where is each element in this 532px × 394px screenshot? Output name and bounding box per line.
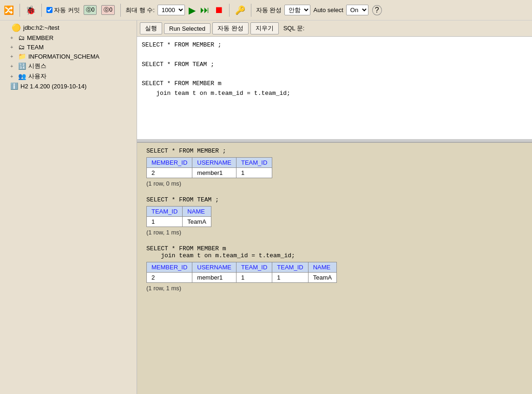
team-expand-icon: +: [10, 44, 16, 50]
cell-team-id: 1: [236, 168, 272, 178]
result-table-2: TEAM_ID NAME 1 TeamA: [146, 206, 211, 227]
editor-area: SELECT * FROM MEMBER ; SELECT * FROM TEA…: [137, 37, 532, 143]
cell-name-2: TeamA: [183, 217, 211, 227]
schema-icon-btn[interactable]: 🔀: [3, 4, 15, 16]
result-block-3: SELECT * FROM MEMBER m join team t on m.…: [146, 245, 523, 292]
autoselect-select[interactable]: On Off: [346, 5, 368, 15]
db-label: jdbc:h2:~/test: [23, 24, 59, 31]
row-count-1: (1 row, 0 ms): [146, 180, 523, 187]
row-count-2: (1 row, 1 ms): [146, 229, 523, 236]
right-pane: 실행 Run Selected 자동 완성 지우기 SQL 문: SELECT …: [137, 20, 532, 394]
sidebar-item-information-schema[interactable]: + 📁 INFORMATION_SCHEMA: [0, 52, 137, 61]
sequence-icon: 🔢: [18, 62, 26, 70]
results-area: SELECT * FROM MEMBER ; MEMBER_ID USERNAM…: [137, 143, 532, 394]
folder-icon-schema: 📁: [18, 53, 26, 60]
autocomplete-label: 자동 완성: [256, 6, 282, 14]
table-row: 1 TeamA: [147, 217, 211, 227]
autocommit-label: 자동 커밋: [54, 6, 80, 14]
max-rows-select[interactable]: 1000 500 100: [158, 5, 185, 15]
user-expand-icon: +: [10, 73, 16, 79]
sidebar-schema-label: INFORMATION_SCHEMA: [28, 53, 99, 60]
stop-btn[interactable]: ⏹: [213, 4, 224, 16]
col-member-id-3: MEMBER_ID: [147, 262, 192, 273]
run-selected-btn[interactable]: ⏭: [199, 4, 210, 16]
cell-username: member1: [192, 168, 236, 178]
run-tab[interactable]: 실행: [140, 22, 162, 34]
max-rows-label: 최대 행 수:: [125, 6, 155, 14]
cell-member-id: 2: [147, 168, 192, 178]
autocommit-checkbox[interactable]: [46, 7, 53, 13]
sidebar-db-root[interactable]: 🟡 jdbc:h2:~/test: [0, 22, 137, 33]
sql-label: SQL 문:: [283, 24, 305, 33]
table-row: 2 member1 1: [147, 168, 272, 178]
user-icon: 👥: [18, 73, 26, 80]
result-table-3: MEMBER_ID USERNAME TEAM_ID TEAM_ID NAME …: [146, 262, 337, 283]
schema-icon: 🔀: [4, 5, 14, 15]
sep4: [229, 4, 230, 17]
sep1: [20, 4, 20, 17]
cell-username-3: member1: [192, 273, 236, 283]
num0-btn[interactable]: ⓪0: [83, 4, 98, 16]
cell-member-id-3: 2: [147, 273, 192, 283]
bug-icon-btn[interactable]: 🐞: [25, 4, 37, 16]
row-count-3: (1 row, 1 ms): [146, 285, 523, 292]
num0b-icon: ⓪0: [101, 5, 115, 15]
sidebar-item-user[interactable]: + 👥 사용자: [0, 71, 137, 81]
table-icon-team: 🗂: [18, 43, 25, 51]
run-btn[interactable]: ▶: [188, 4, 197, 17]
sep3: [120, 4, 121, 17]
cell-team-id-3a: 1: [236, 273, 272, 283]
table-row: 2 member1 1 1 TeamA: [147, 273, 337, 283]
cell-team-id-3b: 1: [272, 273, 308, 283]
autocommit-checkbox-label[interactable]: 자동 커밋: [46, 6, 80, 14]
col-team-id-1: TEAM_ID: [236, 158, 272, 168]
autocomplete-tab[interactable]: 자동 완성: [212, 22, 249, 34]
clear-tab[interactable]: 지우기: [250, 22, 279, 34]
cell-team-id-2: 1: [147, 217, 183, 227]
run-selected-icon: ⏭: [200, 5, 210, 15]
sidebar-member-label: MEMBER: [27, 34, 53, 41]
editor-tabs: 실행 Run Selected 자동 완성 지우기 SQL 문:: [137, 20, 532, 37]
num0-icon: ⓪0: [84, 5, 97, 15]
info-icon: ℹ️: [10, 82, 18, 90]
run-icon: ▶: [189, 5, 196, 16]
sidebar-sequence-label: 시퀀스: [28, 62, 46, 70]
version-label: H2 1.4.200 (2019-10-14): [20, 83, 86, 90]
col-team-id-2: TEAM_ID: [147, 207, 183, 217]
db-icon: 🟡: [12, 23, 21, 32]
main-area: 🟡 jdbc:h2:~/test + 🗂 MEMBER + 🗂 TEAM + 📁…: [0, 20, 532, 394]
help-btn[interactable]: ?: [371, 4, 383, 16]
col-name-3: NAME: [308, 262, 336, 273]
table-icon-member: 🗂: [18, 34, 25, 41]
sidebar: 🟡 jdbc:h2:~/test + 🗂 MEMBER + 🗂 TEAM + 📁…: [0, 20, 137, 394]
sidebar-version: ℹ️ H2 1.4.200 (2019-10-14): [0, 81, 137, 91]
help-icon: ?: [372, 5, 382, 15]
num0b-btn[interactable]: ⓪0: [100, 4, 116, 16]
member-expand-icon: +: [10, 35, 16, 40]
result-block-2: SELECT * FROM TEAM ; TEAM_ID NAME 1 Team…: [146, 196, 523, 236]
sidebar-item-team[interactable]: + 🗂 TEAM: [0, 42, 137, 52]
toolbar: 🔀 🐞 자동 커밋 ⓪0 ⓪0 최대 행 수: 1000 500 100 ▶ ⏭…: [0, 0, 532, 20]
autocomplete-select[interactable]: 안함 자동: [284, 5, 310, 15]
result-block-1: SELECT * FROM MEMBER ; MEMBER_ID USERNAM…: [146, 147, 523, 187]
sql-editor[interactable]: SELECT * FROM MEMBER ; SELECT * FROM TEA…: [137, 37, 532, 139]
key-icon: 🔑: [235, 5, 245, 15]
run-selected-tab[interactable]: Run Selected: [164, 23, 210, 34]
seq-expand-icon: +: [10, 63, 16, 69]
col-member-id-1: MEMBER_ID: [147, 158, 192, 168]
sidebar-team-label: TEAM: [27, 44, 44, 51]
sidebar-item-member[interactable]: + 🗂 MEMBER: [0, 33, 137, 42]
col-username-1: USERNAME: [192, 158, 236, 168]
cell-name-3: TeamA: [308, 273, 336, 283]
editor-resize-handle[interactable]: [137, 139, 532, 142]
sep5: [251, 4, 251, 17]
stop-icon: ⏹: [214, 5, 223, 15]
sidebar-item-sequence[interactable]: + 🔢 시퀀스: [0, 61, 137, 71]
result-sql-3: SELECT * FROM MEMBER m join team t on m.…: [146, 245, 523, 259]
result-sql-2: SELECT * FROM TEAM ;: [146, 196, 523, 203]
schema-expand-icon: +: [10, 53, 16, 59]
col-username-3: USERNAME: [192, 262, 236, 273]
result-sql-1: SELECT * FROM MEMBER ;: [146, 147, 523, 154]
col-team-id-3b: TEAM_ID: [272, 262, 308, 273]
key-btn[interactable]: 🔑: [234, 4, 246, 16]
